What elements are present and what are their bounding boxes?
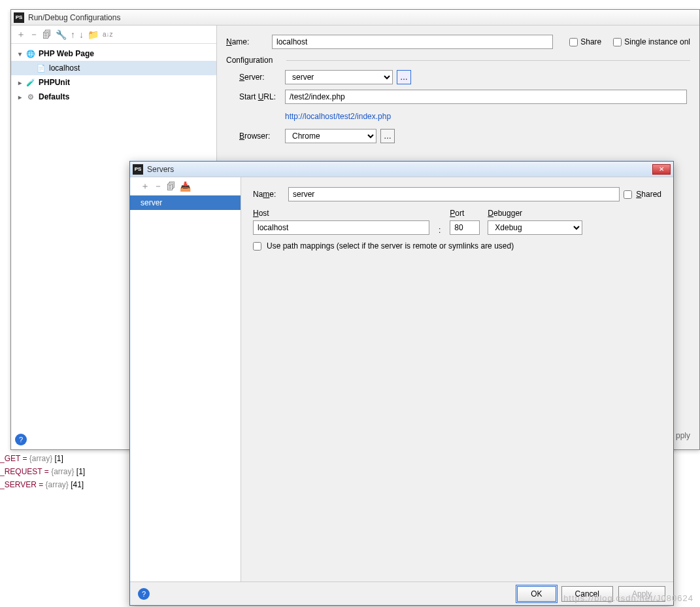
copy-server-icon[interactable]: 🗐 bbox=[167, 181, 176, 192]
tree-node-defaults[interactable]: ▸ ⚙ Defaults bbox=[11, 90, 216, 104]
servers-dialog: PS Servers ✕ ＋ － 🗐 📥 server Name: Shared… bbox=[129, 161, 674, 606]
tree-label: PHPUnit bbox=[39, 78, 70, 87]
php-web-icon: 🌐 bbox=[25, 48, 36, 59]
caret-right-icon: ▸ bbox=[16, 94, 23, 101]
run-debug-title: Run/Debug Configurations bbox=[28, 13, 120, 22]
settings-icon[interactable]: 🔧 bbox=[56, 29, 67, 40]
run-debug-titlebar[interactable]: PS Run/Debug Configurations bbox=[11, 10, 699, 26]
help-icon[interactable]: ? bbox=[15, 434, 27, 445]
caret-right-icon: ▸ bbox=[16, 79, 23, 86]
server-name-label: Name: bbox=[253, 190, 284, 199]
path-mappings-label: Use path mappings (select if the server … bbox=[267, 241, 514, 251]
php-file-icon: 📄 bbox=[36, 63, 46, 73]
host-port-colon: : bbox=[437, 226, 442, 235]
servers-toolbar: ＋ － 🗐 📥 bbox=[130, 177, 241, 196]
start-url-input[interactable] bbox=[285, 90, 687, 104]
host-label: Host bbox=[253, 209, 429, 218]
name-label: NName:ame: bbox=[226, 37, 272, 46]
move-down-icon[interactable]: ↓ bbox=[79, 29, 84, 40]
configuration-group-label: Configuration bbox=[226, 56, 690, 65]
path-mappings-checkbox[interactable] bbox=[253, 242, 261, 251]
remove-server-icon[interactable]: － bbox=[154, 181, 163, 192]
port-label: Port bbox=[450, 209, 480, 218]
import-server-icon[interactable]: 📥 bbox=[180, 181, 191, 192]
debugger-select[interactable]: Xdebug bbox=[488, 220, 582, 235]
share-checkbox[interactable] bbox=[569, 38, 578, 46]
caret-down-icon: ▾ bbox=[16, 50, 23, 58]
server-select[interactable]: server bbox=[285, 70, 393, 84]
tree-node-localhost[interactable]: 📄 localhost bbox=[11, 61, 216, 75]
sort-az-icon[interactable]: a↓z bbox=[103, 31, 113, 38]
close-icon[interactable]: ✕ bbox=[652, 164, 671, 175]
single-instance-checkbox[interactable] bbox=[613, 38, 622, 46]
shared-label: Shared bbox=[636, 190, 661, 199]
tree-label: Defaults bbox=[39, 92, 69, 101]
port-input[interactable] bbox=[450, 220, 480, 235]
phpstorm-icon: PS bbox=[14, 12, 24, 23]
apply-label-cut: pply bbox=[676, 431, 690, 440]
add-config-icon[interactable]: ＋ bbox=[16, 29, 25, 41]
gear-icon: ⚙ bbox=[25, 92, 36, 102]
tree-label: localhost bbox=[49, 63, 80, 73]
servers-title: Servers bbox=[147, 165, 174, 174]
config-name-input[interactable] bbox=[272, 35, 553, 49]
folder-icon[interactable]: 📁 bbox=[88, 29, 99, 40]
single-instance-label: Single instance onl bbox=[624, 37, 690, 46]
servers-list-panel: ＋ － 🗐 📥 server bbox=[130, 177, 241, 581]
server-form-panel: Name: Shared Host : Port Debugger Xdebug bbox=[241, 177, 673, 581]
add-server-icon[interactable]: ＋ bbox=[141, 181, 150, 192]
tree-node-phpunit[interactable]: ▸ 🧪 PHPUnit bbox=[11, 75, 216, 90]
copy-config-icon[interactable]: 🗐 bbox=[42, 29, 52, 40]
server-browse-button[interactable]: … bbox=[397, 70, 411, 84]
move-up-icon[interactable]: ↑ bbox=[71, 29, 75, 40]
host-input[interactable] bbox=[253, 220, 429, 235]
full-url-link[interactable]: http://localhost/test2/index.php bbox=[285, 112, 391, 121]
starturl-label: Start URL: bbox=[239, 92, 285, 101]
browser-select[interactable]: Chrome bbox=[285, 129, 376, 143]
remove-config-icon[interactable]: － bbox=[29, 29, 39, 41]
phpunit-icon: 🧪 bbox=[25, 77, 36, 88]
servers-titlebar[interactable]: PS Servers ✕ bbox=[130, 162, 673, 177]
server-list-item[interactable]: server bbox=[130, 196, 241, 210]
help-icon[interactable]: ? bbox=[138, 588, 150, 600]
debug-variables: _GET = {array} [1] _REQUEST = {array} [1… bbox=[0, 454, 85, 493]
phpstorm-icon: PS bbox=[133, 164, 143, 175]
ok-button[interactable]: OK bbox=[517, 586, 556, 602]
tree-label: PHP Web Page bbox=[39, 49, 94, 58]
server-label: Server: bbox=[239, 73, 285, 82]
share-label: Share bbox=[580, 37, 601, 46]
config-toolbar: ＋ － 🗐 🔧 ↑ ↓ 📁 a↓z bbox=[11, 26, 216, 44]
server-name-input[interactable] bbox=[288, 187, 620, 201]
shared-checkbox[interactable] bbox=[624, 190, 632, 199]
debugger-label: Debugger bbox=[488, 209, 582, 218]
browser-browse-button[interactable]: … bbox=[380, 129, 395, 143]
browser-label: Browser: bbox=[239, 131, 285, 141]
tree-node-phpwebpage[interactable]: ▾ 🌐 PHP Web Page bbox=[11, 46, 216, 61]
watermark: https://blog.csdn.net/J080624 bbox=[563, 593, 693, 603]
